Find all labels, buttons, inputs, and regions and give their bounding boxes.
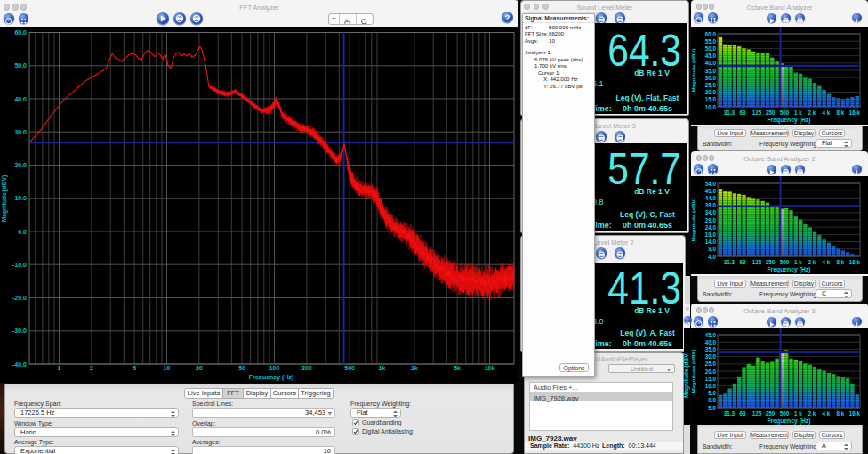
svg-text:4 k: 4 k [823,410,831,417]
svg-text:40.0: 40.0 [705,60,717,66]
svg-text:35.0: 35.0 [705,346,717,353]
svg-text:4 k: 4 k [823,259,831,265]
svg-text:8 k: 8 k [837,410,845,417]
svg-text:44.0: 44.0 [705,195,717,201]
svg-text:-40.0: -40.0 [12,361,27,368]
svg-text:50.0: 50.0 [14,62,27,69]
svg-text:63: 63 [739,259,746,265]
svg-text:10.0: 10.0 [705,383,717,389]
svg-text:100: 100 [269,365,280,371]
svg-text:40.0: 40.0 [14,96,27,102]
svg-text:15.0: 15.0 [705,96,717,102]
svg-text:?: ? [504,12,510,22]
svg-text:Frequency (Hz): Frequency (Hz) [767,418,810,425]
svg-text:250: 250 [766,109,776,116]
svg-text:2 k: 2 k [808,109,816,116]
svg-text:1 k: 1 k [794,259,802,265]
svg-text:31.3: 31.3 [724,109,735,116]
svg-text:25.0: 25.0 [705,361,717,367]
svg-text:31.3: 31.3 [724,410,735,417]
svg-text:0.0: 0.0 [18,229,27,235]
svg-text:500: 500 [780,109,790,116]
svg-text:9.0: 9.0 [708,246,716,252]
svg-text:45.0: 45.0 [705,332,717,338]
svg-text:10.0: 10.0 [14,195,27,201]
svg-text:29.0: 29.0 [705,217,717,223]
svg-text:31.3: 31.3 [724,259,735,265]
svg-text:40.0: 40.0 [705,339,717,345]
svg-text:1: 1 [58,365,61,371]
svg-text:34.0: 34.0 [705,209,717,215]
svg-text:54.0: 54.0 [705,181,717,187]
svg-text:20.0: 20.0 [14,162,27,168]
svg-text:60.0: 60.0 [14,29,27,36]
svg-text:15.0: 15.0 [705,376,717,382]
svg-text:39.0: 39.0 [705,202,717,208]
svg-text:10: 10 [164,365,171,371]
svg-text:63: 63 [739,410,746,417]
svg-text:125: 125 [752,410,762,417]
svg-text:16 k: 16 k [849,259,861,265]
svg-text:30.0: 30.0 [705,75,717,81]
svg-text:14.0: 14.0 [705,239,717,245]
svg-text:4 k: 4 k [823,109,831,116]
svg-text:2: 2 [90,365,93,371]
svg-text:1 k: 1 k [794,109,802,116]
svg-text:5.0: 5.0 [708,390,716,396]
svg-text:200: 200 [301,365,312,371]
svg-text:60.0: 60.0 [705,31,717,37]
svg-text:-5.0: -5.0 [706,405,716,411]
svg-text:250: 250 [766,259,776,265]
svg-text:20.0: 20.0 [705,369,717,375]
svg-text:5k: 5k [454,365,461,371]
svg-text:Magnitude (dBV): Magnitude (dBV) [691,349,696,393]
svg-text:Frequency (Hz): Frequency (Hz) [249,374,294,381]
svg-text:19.0: 19.0 [705,231,717,238]
svg-text:-10.0: -10.0 [12,262,27,268]
svg-text:500: 500 [780,410,790,417]
svg-text:i: i [856,17,857,25]
svg-text:49.0: 49.0 [705,188,717,194]
svg-text:25.0: 25.0 [705,82,717,88]
svg-text:4.0: 4.0 [708,254,716,260]
svg-text:i: i [856,168,857,176]
svg-text:30.0: 30.0 [705,353,717,360]
svg-text:2k: 2k [411,365,418,371]
svg-text:125: 125 [752,109,762,116]
svg-text:500: 500 [780,259,790,265]
svg-text:2 k: 2 k [808,259,816,265]
svg-text:Magnitude (dBV): Magnitude (dBV) [691,48,696,92]
svg-text:20.0: 20.0 [705,89,717,95]
svg-text:20: 20 [196,365,203,371]
svg-text:50: 50 [238,365,245,371]
svg-text:8 k: 8 k [837,259,845,265]
svg-text:125: 125 [752,259,762,265]
svg-text:50.0: 50.0 [705,45,717,52]
svg-text:45.0: 45.0 [705,53,717,59]
svg-text:-30.0: -30.0 [12,328,27,334]
svg-text:63: 63 [739,109,746,116]
svg-text:30.0: 30.0 [14,129,27,135]
svg-text:Frequency (Hz): Frequency (Hz) [767,117,810,124]
svg-text:2 k: 2 k [808,410,816,417]
svg-text:1 k: 1 k [794,410,802,417]
svg-text:10k: 10k [485,365,495,371]
svg-text:8 k: 8 k [837,109,845,116]
svg-text:Magnitude (dBV): Magnitude (dBV) [691,198,696,241]
svg-text:500: 500 [344,365,355,371]
svg-text:10.0: 10.0 [705,104,717,110]
svg-text:Magnitude (dBV): Magnitude (dBV) [1,175,8,222]
svg-text:16 k: 16 k [849,109,861,116]
svg-text:55.0: 55.0 [705,38,717,45]
svg-text:16 k: 16 k [849,410,861,417]
svg-text:0.0: 0.0 [708,397,716,403]
svg-text:250: 250 [766,410,776,417]
svg-text:1k: 1k [379,365,386,371]
svg-text:5: 5 [133,365,136,371]
svg-text:-20.0: -20.0 [12,295,27,301]
svg-text:35.0: 35.0 [705,68,717,74]
svg-text:24.0: 24.0 [705,224,717,231]
svg-text:Frequency (Hz): Frequency (Hz) [767,266,810,273]
